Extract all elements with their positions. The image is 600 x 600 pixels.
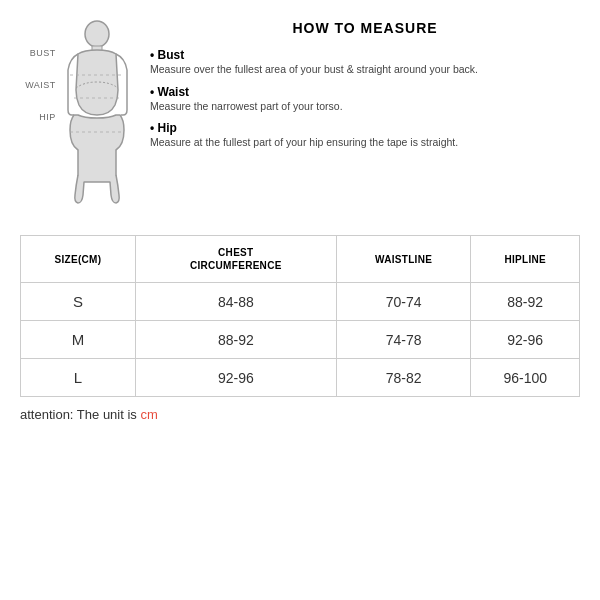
- cell-hip-M: 92-96: [471, 321, 580, 359]
- how-to-measure-section: BUST WAIST HIP: [20, 20, 580, 205]
- attention-unit: cm: [140, 407, 157, 422]
- waist-label: WAIST: [25, 80, 56, 90]
- table-header-row: SIZE(cm) CHESTCIRCUMFERENCE WAISTLINE HI…: [21, 236, 580, 283]
- hip-point: • Hip: [150, 121, 580, 135]
- bust-point: • Bust: [150, 48, 580, 62]
- size-table: SIZE(cm) CHESTCIRCUMFERENCE WAISTLINE HI…: [20, 235, 580, 397]
- instructions-section: HOW TO MEASURE • Bust Measure over the f…: [140, 20, 580, 158]
- page-container: BUST WAIST HIP: [0, 0, 600, 600]
- figure-area: BUST WAIST HIP: [20, 20, 140, 205]
- attention-note: attention: The unit is cm: [20, 407, 580, 422]
- hip-desc: Measure at the fullest part of your hip …: [150, 135, 580, 150]
- cell-chest-M: 88-92: [135, 321, 336, 359]
- table-row: L 92-96 78-82 96-100: [21, 359, 580, 397]
- cell-waist-M: 74-78: [336, 321, 471, 359]
- cell-waist-L: 78-82: [336, 359, 471, 397]
- instruction-waist: • Waist Measure the narrowest part of yo…: [150, 85, 580, 114]
- header-hip: HIPLINE: [471, 236, 580, 283]
- cell-hip-L: 96-100: [471, 359, 580, 397]
- cell-hip-S: 88-92: [471, 283, 580, 321]
- cell-waist-S: 70-74: [336, 283, 471, 321]
- waist-point: • Waist: [150, 85, 580, 99]
- bust-desc: Measure over the fullest area of your bu…: [150, 62, 580, 77]
- attention-label: attention: The unit is: [20, 407, 140, 422]
- waist-desc: Measure the narrowest part of your torso…: [150, 99, 580, 114]
- svg-point-0: [85, 21, 109, 47]
- cell-size-M: M: [21, 321, 136, 359]
- header-chest: CHESTCIRCUMFERENCE: [135, 236, 336, 283]
- instruction-bust: • Bust Measure over the fullest area of …: [150, 48, 580, 77]
- bust-label: BUST: [25, 48, 56, 58]
- hip-label: HIP: [25, 112, 56, 122]
- cell-chest-L: 92-96: [135, 359, 336, 397]
- cell-chest-S: 84-88: [135, 283, 336, 321]
- table-row: M 88-92 74-78 92-96: [21, 321, 580, 359]
- header-waist: WAISTLINE: [336, 236, 471, 283]
- instruction-hip: • Hip Measure at the fullest part of you…: [150, 121, 580, 150]
- header-size: SIZE(cm): [21, 236, 136, 283]
- cell-size-L: L: [21, 359, 136, 397]
- table-row: S 84-88 70-74 88-92: [21, 283, 580, 321]
- cell-size-S: S: [21, 283, 136, 321]
- instructions-title: HOW TO MEASURE: [150, 20, 580, 36]
- body-figure-svg: [60, 20, 135, 205]
